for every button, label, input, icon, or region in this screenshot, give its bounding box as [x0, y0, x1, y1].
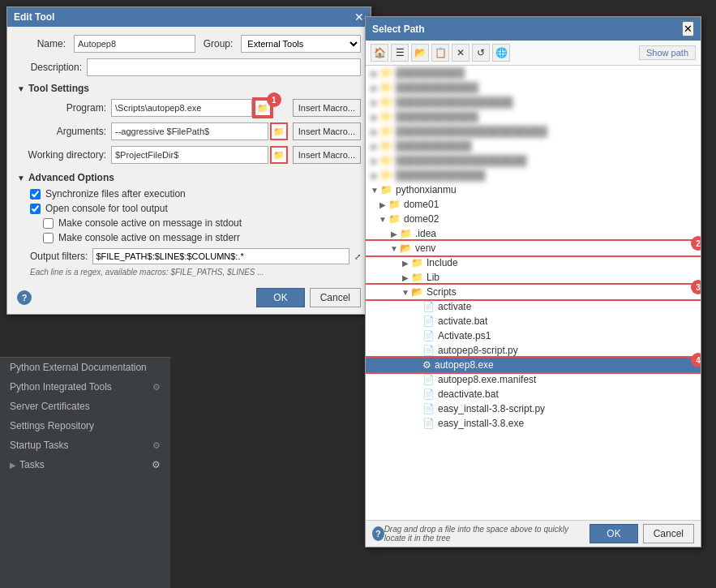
sidebar-item-python-docs[interactable]: Python External Documentation — [0, 358, 170, 377]
expand-arrow-icon: ▶ — [10, 461, 16, 470]
tree-item-pythonxianmu[interactable]: ▼ 📁 pythonxianmu — [366, 182, 701, 197]
network-button[interactable]: 🌐 — [492, 44, 510, 62]
folder-icon: 📁 — [380, 155, 392, 166]
tree-item-blurred7[interactable]: ▶ 📁 ███████████████████ — [366, 153, 701, 168]
working-dir-folder-button[interactable]: 📁 — [270, 146, 288, 164]
open-console-checkbox[interactable] — [30, 204, 41, 214]
tree-item-blurred6[interactable]: ▶ 📁 ███████████ — [366, 139, 701, 153]
show-path-button[interactable]: Show path — [639, 45, 696, 60]
folder-open-icon: 📂 — [411, 286, 423, 298]
expand-arrow-icon: ▶ — [400, 273, 411, 282]
select-path-close-button[interactable]: ✕ — [682, 21, 694, 36]
console-stderr-checkbox[interactable] — [43, 233, 54, 243]
advanced-options-header[interactable]: ▼ Advanced Options — [17, 172, 361, 183]
refresh-button[interactable]: ↺ — [472, 44, 490, 62]
delete-button[interactable]: ✕ — [452, 44, 469, 62]
tree-item-blurred1[interactable]: ▶ 📁 ██████████ — [366, 66, 701, 80]
select-path-toolbar: 🏠 ☰ 📂 📋 ✕ ↺ 🌐 Show path — [366, 41, 701, 66]
sidebar-item-startup-tasks[interactable]: Startup Tasks ⚙ — [0, 436, 170, 455]
home-button[interactable]: 🏠 — [371, 44, 388, 62]
program-input[interactable] — [111, 99, 252, 117]
folder-icon: 📁 — [400, 228, 412, 239]
output-filter-label: Output filters: — [30, 251, 88, 262]
program-insert-macro-button[interactable]: Insert Macro... — [293, 99, 361, 117]
name-input[interactable] — [74, 35, 195, 53]
console-stdout-checkbox[interactable] — [43, 218, 54, 229]
sidebar-item-settings-repo[interactable]: Settings Repository — [0, 416, 170, 436]
tree-item-blurred2[interactable]: ▶ 📁 ████████████ — [366, 80, 701, 95]
tree-item-autopep8-script[interactable]: ▶ 📄 autopep8-script.py — [366, 343, 701, 358]
cancel-button[interactable]: Cancel — [310, 288, 361, 307]
folder-icon: 📁 — [380, 184, 392, 195]
tree-item-dome02[interactable]: ▼ 📁 dome02 — [366, 212, 701, 226]
tree-item-easy-install-script[interactable]: ▶ 📄 easy_install-3.8-script.py — [366, 401, 701, 416]
tree-item-include[interactable]: ▶ 📁 Include — [366, 255, 701, 270]
open-console-label: Open console for tool output — [45, 203, 168, 214]
tree-item-dome01[interactable]: ▶ 📁 dome01 — [366, 197, 701, 212]
tree-item-lib[interactable]: ▶ 📁 Lib — [366, 270, 701, 285]
new-folder-button[interactable]: 📂 — [411, 44, 429, 62]
file-icon: 📄 — [422, 388, 435, 400]
tree-item-idea[interactable]: ▶ 📁 .idea — [366, 226, 701, 241]
badge-2: 2 — [691, 236, 701, 251]
tree-item-blurred5[interactable]: ▶ 📁 ██████████████████████ — [366, 124, 701, 139]
folder-icon: 📁 — [411, 257, 423, 268]
folder-icon: 📁 — [380, 97, 392, 108]
tree-item-blurred3[interactable]: ▶ 📁 █████████████████ — [366, 95, 701, 109]
arguments-label: Arguments: — [17, 126, 106, 137]
footer-help-text: Drag and drop a file into the space abov… — [384, 525, 590, 543]
arguments-insert-macro-button[interactable]: Insert Macro... — [293, 122, 361, 140]
expand-arrow-icon: ▶ — [369, 84, 380, 92]
arguments-input[interactable] — [111, 122, 268, 140]
select-path-footer: ? Drag and drop a file into the space ab… — [366, 520, 701, 547]
sidebar-item-server-certs[interactable]: Server Certificates — [0, 397, 170, 416]
folder-icon: 📁 — [380, 126, 392, 137]
list-view-button[interactable]: ☰ — [391, 44, 409, 62]
tree-item-blurred8[interactable]: ▶ 📁 █████████████ — [366, 168, 701, 182]
expand-arrow-icon: ▼ — [400, 288, 411, 297]
output-filter-input[interactable] — [92, 248, 349, 264]
name-label: Name: — [17, 38, 66, 49]
dialog-buttons: OK Cancel — [256, 288, 361, 307]
folder-open-icon: 📂 — [400, 242, 412, 254]
expand-arrow-icon: ▶ — [369, 113, 380, 122]
tree-item-blurred4[interactable]: ▶ 📁 ████████████ — [366, 109, 701, 124]
console-stdout-label: Make console active on message in stdout — [58, 217, 242, 229]
tree-item-autopep8-exe[interactable]: ▶ ⚙ autopep8.exe 4 — [366, 358, 701, 372]
edit-tool-close-button[interactable]: ✕ — [354, 11, 364, 23]
group-select[interactable]: External Tools — [241, 35, 361, 53]
help-icon[interactable]: ? — [17, 290, 32, 305]
working-dir-insert-macro-button[interactable]: Insert Macro... — [293, 146, 361, 164]
tree-item-activate-bat[interactable]: ▶ 📄 activate.bat — [366, 314, 701, 328]
working-dir-input-group: 📁 — [111, 146, 288, 164]
select-path-help-icon[interactable]: ? — [372, 526, 384, 541]
tree-item-venv[interactable]: ▼ 📂 venv 2 — [366, 241, 701, 255]
sidebar-item-python-tools[interactable]: Python Integrated Tools ⚙ — [0, 377, 170, 397]
edit-tool-titlebar: Edit Tool ✕ — [7, 7, 371, 27]
ok-button[interactable]: OK — [256, 288, 304, 307]
tree-item-easy-install-exe[interactable]: ▶ 📄 easy_install-3.8.exe — [366, 416, 701, 431]
tree-item-activate-ps1[interactable]: ▶ 📄 Activate.ps1 — [366, 328, 701, 343]
tree-item-deactivate-bat[interactable]: ▶ 📄 deactivate.bat — [366, 387, 701, 401]
tree-item-activate[interactable]: ▶ 📄 activate — [366, 299, 701, 314]
description-row: Description: — [17, 58, 361, 76]
expand-arrow-icon: ▶ — [369, 127, 380, 136]
sync-files-checkbox[interactable] — [30, 189, 41, 200]
working-dir-input[interactable] — [111, 146, 268, 164]
name-group-row: Name: Group: External Tools — [17, 35, 361, 53]
advanced-collapse-icon: ▼ — [17, 174, 25, 182]
description-input[interactable] — [87, 58, 361, 76]
program-row: Program: 📁 1 Insert Macro... — [17, 99, 361, 117]
expand-output-icon[interactable]: ⤢ — [354, 252, 361, 261]
select-path-buttons: OK Cancel — [590, 524, 694, 543]
tree-item-autopep8-manifest[interactable]: ▶ 📄 autopep8.exe.manifest — [366, 372, 701, 387]
sync-files-row: Synchronize files after execution — [17, 188, 361, 200]
edit-tool-title: Edit Tool — [14, 11, 54, 23]
working-dir-label: Working directory: — [17, 149, 106, 161]
tree-item-scripts[interactable]: ▼ 📂 Scripts 3 — [366, 285, 701, 299]
arguments-folder-button[interactable]: 📁 — [270, 122, 288, 140]
sidebar-item-tasks[interactable]: ▶ Tasks ⚙ — [0, 455, 170, 474]
copy-path-button[interactable]: 📋 — [431, 44, 449, 62]
select-path-cancel-button[interactable]: Cancel — [643, 524, 694, 543]
select-path-ok-button[interactable]: OK — [590, 524, 637, 543]
